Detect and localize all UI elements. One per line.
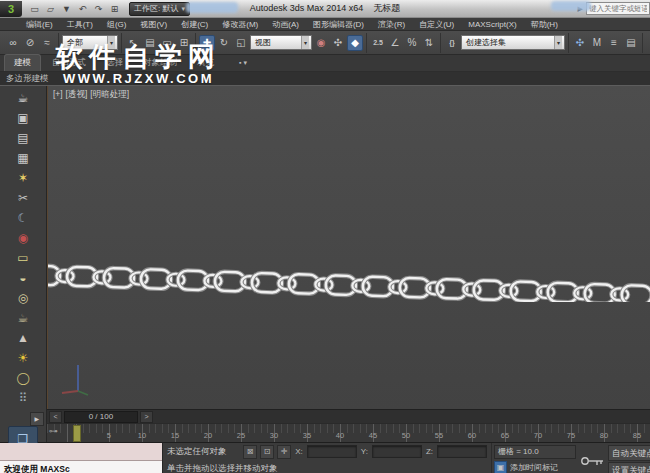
mirror-icon[interactable]: M: [589, 35, 605, 51]
light-icon[interactable]: ✶: [9, 168, 37, 188]
select-object-icon[interactable]: ↖: [125, 35, 141, 51]
ruler-tick-label: 10: [138, 431, 146, 440]
camera-icon[interactable]: ◉: [9, 228, 37, 248]
keyboard-override-toggle-icon[interactable]: ◆: [347, 35, 363, 51]
prompt-text: 单击并拖动以选择并移动对象: [167, 463, 278, 473]
current-frame-display[interactable]: 0 / 100: [64, 411, 138, 423]
ribbon-tab-对象绘制[interactable]: 对象绘制: [134, 55, 186, 71]
sphere-icon[interactable]: ◎: [9, 288, 37, 308]
ribbon-tab-填充[interactable]: 填充: [188, 55, 223, 71]
select-and-manipulate-icon[interactable]: ✣: [330, 35, 346, 51]
bind-to-space-warp-icon[interactable]: ≈: [39, 35, 55, 51]
toolbar-flyout-button[interactable]: ▶: [30, 412, 44, 426]
next-frame-button[interactable]: >: [140, 411, 153, 423]
menu-item[interactable]: 自定义(U): [419, 19, 454, 30]
rendered-frame-icon[interactable]: ▣: [9, 108, 37, 128]
track-keys-icon[interactable]: ⊶: [49, 426, 58, 436]
time-tag-icon: ▣: [494, 461, 507, 473]
redo-icon[interactable]: ↷: [92, 4, 105, 14]
time-slider-playhead[interactable]: [73, 425, 81, 442]
selection-lock-icon[interactable]: ⊠: [243, 445, 257, 459]
render-teapot-icon[interactable]: ☕: [9, 88, 37, 108]
add-time-tag[interactable]: ▣ 添加时间标记: [494, 461, 576, 473]
menu-item[interactable]: 帮助(H): [531, 19, 558, 30]
ribbon-tab-选择[interactable]: 选择: [97, 55, 132, 71]
maxscript-pink-line[interactable]: [0, 443, 162, 461]
absolute-mode-icon[interactable]: ⊡: [260, 445, 274, 459]
percent-snap-icon[interactable]: %: [404, 35, 420, 51]
undo-icon[interactable]: ↶: [76, 4, 89, 14]
list-view-icon[interactable]: ▤: [9, 128, 37, 148]
menu-item[interactable]: 编辑(E): [26, 19, 53, 30]
auto-key-button[interactable]: 自动关键点: [608, 445, 650, 461]
viewport-view-label[interactable]: [透视]: [66, 89, 88, 101]
menu-item[interactable]: 工具(T): [67, 19, 93, 30]
x-label: X:: [295, 447, 303, 456]
maxscript-white-line[interactable]: 欢迎使用 MAXSc: [0, 461, 162, 473]
project-folder-icon[interactable]: ⊞: [108, 4, 121, 14]
select-and-link-icon[interactable]: ∞: [5, 35, 21, 51]
chain-object[interactable]: [48, 254, 650, 302]
menu-item[interactable]: 视图(V): [140, 19, 167, 30]
snap-toggle-25-icon[interactable]: 2.5: [370, 35, 386, 51]
offset-mode-icon[interactable]: ✛: [277, 445, 291, 459]
rain-icon[interactable]: ⠿: [9, 388, 37, 408]
spinner-snap-icon[interactable]: ⇅: [421, 35, 437, 51]
window-crossing-toggle-icon[interactable]: ⊞: [176, 35, 192, 51]
edit-named-selection-sets-icon[interactable]: {}: [444, 35, 460, 51]
new-file-icon[interactable]: ▭: [28, 4, 41, 14]
viewport-shading-label[interactable]: [明暗处理]: [90, 89, 129, 101]
timeline-ruler[interactable]: ⊶ 510152025303540455055606570758085: [47, 423, 650, 442]
menu-item[interactable]: 图形编辑器(D): [313, 19, 364, 30]
previous-frame-button[interactable]: <: [49, 411, 62, 423]
ring-icon[interactable]: ◯: [9, 368, 37, 388]
app-logo-button[interactable]: 3: [0, 1, 22, 17]
align-icon[interactable]: ≡: [606, 35, 622, 51]
spreadsheet-icon[interactable]: ▦: [9, 148, 37, 168]
unlink-selection-icon[interactable]: ⊘: [22, 35, 38, 51]
ribbon-minimize-icon[interactable]: ▪ ▾: [239, 59, 247, 67]
world-axis-gizmo: [60, 357, 100, 397]
dome-icon[interactable]: ◒: [9, 268, 37, 288]
open-file-icon[interactable]: ▱: [44, 4, 57, 14]
menu-item[interactable]: 组(G): [107, 19, 127, 30]
layer-manager-icon[interactable]: ▤: [623, 35, 639, 51]
x-coordinate-field[interactable]: [307, 445, 357, 458]
set-keys-button[interactable]: [578, 443, 608, 473]
teapot-object-icon[interactable]: ☕: [9, 308, 37, 328]
rectangular-selection-region-icon[interactable]: ▭: [159, 35, 175, 51]
y-coordinate-field[interactable]: [372, 445, 422, 458]
menu-item[interactable]: 渲染(R): [378, 19, 405, 30]
manage-layers-icon[interactable]: ✣: [572, 35, 588, 51]
select-and-rotate-icon[interactable]: ↻: [216, 35, 232, 51]
search-input[interactable]: [586, 2, 650, 15]
z-coordinate-field[interactable]: [437, 445, 487, 458]
save-file-icon[interactable]: ▼: [60, 4, 73, 14]
named-selection-sets-dropdown[interactable]: 创建选择集▾: [461, 35, 565, 50]
plane-icon[interactable]: ▭: [9, 248, 37, 268]
viewport-menu-plus[interactable]: [+]: [53, 89, 63, 101]
select-and-move-icon[interactable]: ✚: [199, 35, 215, 51]
moon-icon[interactable]: ☾: [9, 208, 37, 228]
menu-item[interactable]: 创建(C): [181, 19, 208, 30]
y-label: Y:: [361, 447, 368, 456]
sun-icon[interactable]: ☀: [9, 348, 37, 368]
menu-item[interactable]: MAXScript(X): [468, 20, 516, 29]
cut-tool-icon[interactable]: ✂: [9, 188, 37, 208]
mountain-icon[interactable]: ▲: [9, 328, 37, 348]
select-and-scale-icon[interactable]: ◱: [233, 35, 249, 51]
polygon-modeling-panel-label[interactable]: 多边形建模: [6, 73, 49, 85]
angle-snap-icon[interactable]: ∠: [387, 35, 403, 51]
menu-item[interactable]: 动画(A): [272, 19, 299, 30]
selection-filter-dropdown[interactable]: 全部▾: [62, 35, 118, 50]
menu-item[interactable]: 修改器(M): [222, 19, 258, 30]
censored-area: [186, 2, 238, 13]
set-key-button[interactable]: 设置关键点: [608, 462, 650, 473]
reference-coordinate-dropdown[interactable]: 视图▾: [250, 35, 312, 50]
viewport[interactable]: [+] [透视] [明暗处理]: [47, 86, 650, 409]
ribbon-tab-建模[interactable]: 建模: [4, 54, 41, 71]
use-pivot-center-icon[interactable]: ◉: [313, 35, 329, 51]
select-by-name-icon[interactable]: ▤: [142, 35, 158, 51]
ribbon-tab-自由形式[interactable]: 自由形式: [43, 55, 95, 71]
workspace-dropdown[interactable]: 工作区: 默认 ▾: [129, 2, 190, 16]
